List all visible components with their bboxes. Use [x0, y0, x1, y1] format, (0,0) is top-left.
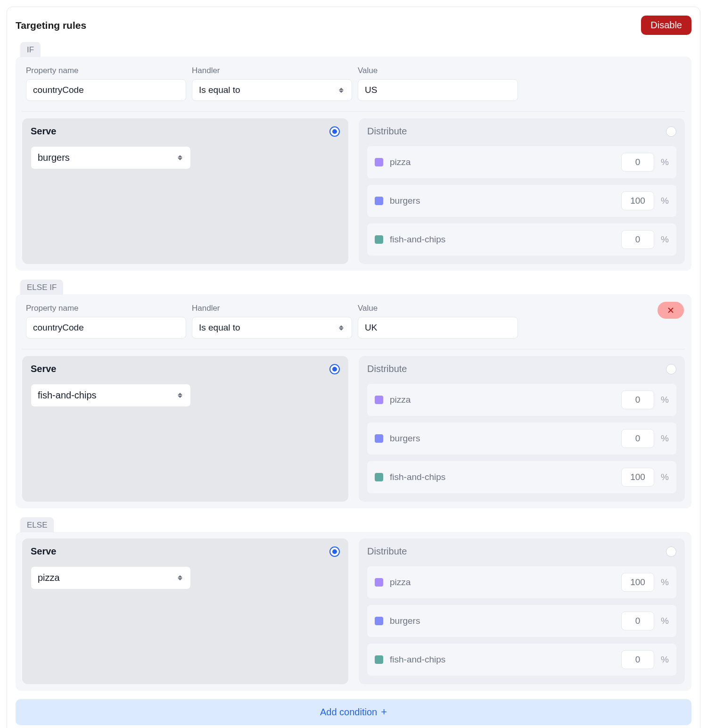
percent-label: % — [661, 157, 669, 167]
serve-panel: Serveburgers — [22, 118, 348, 264]
percent-label: % — [661, 577, 669, 587]
serve-title: Serve — [31, 364, 57, 374]
variant-name: pizza — [390, 157, 615, 167]
handler-select[interactable]: Is equal to — [192, 79, 352, 101]
serve-distribute-row: ServepizzaDistributepizza%burgers%fish-a… — [22, 538, 685, 684]
serve-panel: Servefish-and-chips — [22, 356, 348, 502]
variant-swatch — [375, 434, 383, 443]
variant-swatch — [375, 655, 383, 664]
rule-body: Property nameHandlerIs equal toValueServ… — [16, 294, 691, 508]
value-input[interactable] — [358, 317, 518, 339]
distribute-value-input[interactable] — [621, 573, 654, 592]
close-icon — [666, 306, 675, 314]
percent-label: % — [661, 234, 669, 245]
chevron-updown-icon — [176, 154, 184, 162]
property-input[interactable] — [26, 317, 186, 339]
variant-name: burgers — [390, 433, 615, 444]
serve-distribute-row: Servefish-and-chipsDistributepizza%burge… — [22, 356, 685, 502]
distribute-row: burgers% — [367, 185, 676, 217]
distribute-row: pizza% — [367, 566, 676, 598]
serve-radio[interactable] — [329, 546, 340, 557]
add-condition-label: Add condition — [320, 707, 377, 718]
handler-label: Handler — [192, 66, 352, 75]
property-label: Property name — [26, 66, 186, 75]
rule-group: ELSEServepizzaDistributepizza%burgers%fi… — [16, 517, 691, 691]
serve-panel: Servepizza — [22, 538, 348, 684]
percent-label: % — [661, 616, 669, 626]
serve-distribute-row: ServeburgersDistributepizza%burgers%fish… — [22, 118, 685, 264]
distribute-row: pizza% — [367, 146, 676, 178]
serve-select[interactable]: fish-and-chips — [31, 384, 191, 407]
distribute-value-input[interactable] — [621, 390, 654, 409]
serve-select[interactable]: pizza — [31, 566, 191, 589]
distribute-value-input[interactable] — [621, 468, 654, 487]
variant-name: fish-and-chips — [390, 472, 615, 482]
serve-title: Serve — [31, 126, 57, 137]
variant-name: fish-and-chips — [390, 234, 615, 245]
chevron-updown-icon — [337, 86, 345, 94]
serve-radio[interactable] — [329, 364, 340, 374]
remove-rule-button[interactable] — [658, 302, 684, 319]
distribute-row: fish-and-chips% — [367, 223, 676, 256]
distribute-title: Distribute — [367, 546, 407, 557]
property-input[interactable] — [26, 79, 186, 101]
variant-name: burgers — [390, 616, 615, 626]
card-header: Targeting rules Disable — [16, 16, 691, 35]
distribute-radio[interactable] — [666, 364, 676, 374]
rule-group: ELSE IFProperty nameHandlerIs equal toVa… — [16, 279, 691, 508]
serve-title: Serve — [31, 546, 57, 557]
distribute-row: burgers% — [367, 422, 676, 455]
add-condition-button[interactable]: Add condition — [16, 699, 691, 725]
distribute-panel: Distributepizza%burgers%fish-and-chips% — [359, 356, 685, 502]
distribute-title: Distribute — [367, 126, 407, 137]
rule-tab: ELSE IF — [20, 280, 63, 295]
plus-icon — [381, 707, 387, 718]
variant-swatch — [375, 473, 383, 481]
distribute-row: pizza% — [367, 384, 676, 416]
rule-body: Property nameHandlerIs equal toValueServ… — [16, 57, 691, 271]
distribute-value-input[interactable] — [621, 153, 654, 172]
distribute-value-input[interactable] — [621, 612, 654, 630]
variant-name: fish-and-chips — [390, 654, 615, 665]
distribute-panel: Distributepizza%burgers%fish-and-chips% — [359, 118, 685, 264]
disable-button[interactable]: Disable — [641, 16, 691, 35]
serve-select[interactable]: burgers — [31, 146, 191, 169]
rule-group: IFProperty nameHandlerIs equal toValueSe… — [16, 41, 691, 271]
distribute-row: burgers% — [367, 605, 676, 637]
distribute-radio[interactable] — [666, 126, 676, 137]
rule-tab: ELSE — [20, 517, 54, 532]
distribute-row: fish-and-chips% — [367, 644, 676, 676]
distribute-row: fish-and-chips% — [367, 461, 676, 493]
variant-swatch — [375, 235, 383, 244]
percent-label: % — [661, 472, 669, 482]
rule-body: ServepizzaDistributepizza%burgers%fish-a… — [16, 532, 691, 691]
distribute-value-input[interactable] — [621, 429, 654, 448]
percent-label: % — [661, 196, 669, 206]
variant-swatch — [375, 197, 383, 205]
percent-label: % — [661, 433, 669, 444]
handler-select[interactable]: Is equal to — [192, 317, 352, 339]
percent-label: % — [661, 654, 669, 665]
variant-swatch — [375, 578, 383, 587]
card-title: Targeting rules — [16, 20, 86, 31]
condition-row: Property nameHandlerIs equal toValue — [22, 301, 685, 349]
chevron-updown-icon — [176, 574, 184, 582]
serve-radio[interactable] — [329, 126, 340, 137]
rules-container: IFProperty nameHandlerIs equal toValueSe… — [16, 41, 691, 691]
value-label: Value — [358, 66, 518, 75]
value-label: Value — [358, 304, 518, 313]
variant-name: pizza — [390, 577, 615, 587]
variant-name: pizza — [390, 395, 615, 405]
percent-label: % — [661, 395, 669, 405]
chevron-updown-icon — [176, 392, 184, 399]
variant-name: burgers — [390, 196, 615, 206]
value-input[interactable] — [358, 79, 518, 101]
property-label: Property name — [26, 304, 186, 313]
handler-label: Handler — [192, 304, 352, 313]
distribute-value-input[interactable] — [621, 230, 654, 249]
chevron-updown-icon — [337, 324, 345, 331]
distribute-radio[interactable] — [666, 546, 676, 557]
distribute-value-input[interactable] — [621, 191, 654, 210]
distribute-value-input[interactable] — [621, 650, 654, 669]
rule-tab: IF — [20, 42, 41, 57]
